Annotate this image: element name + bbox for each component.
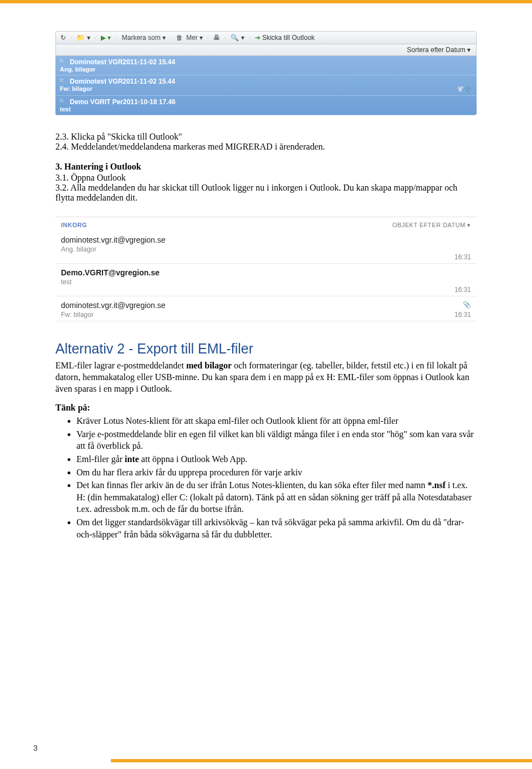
inbox-sort[interactable]: OBJEKT EFTER DATUM ▾ [392,222,471,229]
bottom-accent-bar [111,759,532,762]
step-2-4: 2.4. Meddelandet/meddelandena markeras m… [55,142,477,152]
inbox-header: INKORG OBJEKT EFTER DATUM ▾ [55,217,477,231]
alternative-2-heading: Alternativ 2 - Export till EML-filer [55,341,477,357]
list-item: Eml-filer går inte att öppna i Outlook W… [76,453,477,465]
sort-bar[interactable]: Sortera efter Datum ▾ [55,44,477,56]
message-subject: Ang. bilagor [60,66,95,73]
search-icon[interactable]: 🔍 ▾ [231,34,244,42]
inbox-time: 16:31 [454,311,471,319]
step-3-2: 3.2. Alla meddelanden du har skickat til… [55,183,477,203]
flag-icon[interactable]: ▶ ▾ [101,34,111,42]
refresh-icon[interactable]: ↻ [60,34,66,42]
list-item: Om du har flera arkiv får du upprepa pro… [76,466,477,479]
inbox-row[interactable]: dominotest.vgr.it@vgregion.se Fw: bilago… [55,296,477,321]
message-subject: test [60,106,71,112]
inbox-from: dominotest.vgr.it@vgregion.se [61,301,166,310]
inbox-title: INKORG [61,222,87,229]
message-subject: Fw: bilagor [60,85,93,93]
message-row[interactable]: ☆ Dominotest VGR2011-11-02 15.44 Fw: bil… [55,75,477,96]
message-from: Dominotest VGR2011-11-02 15.44 [55,57,477,66]
mark-as-button[interactable]: Markera som ▾ [122,34,166,42]
list-item: Det kan finnas fler arkiv än de du ser i… [76,479,477,515]
inbox-subject: Ang. bilagor [61,245,166,253]
sort-label: Sortera efter Datum [407,46,465,54]
message-from: Demo VGRIT Per2011-10-18 17.46 [55,97,477,106]
think-about-heading: Tänk på: [55,402,477,414]
message-list: ☆ Dominotest VGR2011-11-02 15.44 Ang. bi… [55,56,477,115]
inbox-time: 16:31 [454,286,471,294]
attachment-follow-icons: 𝒞 📎 [457,85,472,93]
page-number: 3 [33,744,38,752]
inbox-time: 16:31 [454,253,471,261]
folder-icon[interactable]: 📁 ▾ [76,34,90,42]
message-row[interactable]: ☆ Dominotest VGR2011-11-02 15.44 Ang. bi… [55,56,477,75]
list-item: Varje e-postmeddelande blir en egen fil … [76,428,477,452]
step-3-1: 3.1. Öppna Outlook [55,173,477,183]
list-item: Om det ligger standardsökvägar till arki… [76,516,477,540]
trash-icon[interactable]: 🗑 [176,34,183,42]
heading-3: 3. Hantering i Outlook [55,162,477,172]
star-icon[interactable]: ☆ [59,76,64,84]
message-row[interactable]: ☆ Demo VGRIT Per2011-10-18 17.46 test [55,96,477,115]
alt2-paragraph: EML-filer lagrar e-postmeddelandet med b… [55,360,477,394]
print-icon[interactable]: 🖶 [213,34,220,42]
lotus-notes-screenshot: ↻ · 📁 ▾ · ▶ ▾ · Markera som ▾ · 🗑 Mer ▾ … [55,31,477,115]
inbox-row[interactable]: Demo.VGRIT@vgregion.se test 16:31 [55,264,477,296]
star-icon[interactable]: ☆ [59,57,64,64]
attachment-icon: 📎 [454,301,471,309]
inbox-subject: test [61,278,160,286]
inbox-from: Demo.VGRIT@vgregion.se [61,268,160,277]
send-to-outlook-button[interactable]: ➔ Skicka till Outlook [255,34,315,42]
message-from: Dominotest VGR2011-11-02 15.44 [55,76,477,85]
lotus-toolbar: ↻ · 📁 ▾ · ▶ ▾ · Markera som ▾ · 🗑 Mer ▾ … [55,31,477,44]
list-item: Kräver Lotus Notes-klient för att skapa … [76,415,477,427]
outlook-inbox-screenshot: INKORG OBJEKT EFTER DATUM ▾ dominotest.v… [55,217,477,321]
inbox-subject: Fw: bilagor [61,311,166,319]
inbox-from: dominotest.vgr.it@vgregion.se [61,235,166,244]
more-button[interactable]: Mer ▾ [186,34,203,42]
bullet-list: Kräver Lotus Notes-klient för att skapa … [76,415,477,540]
star-icon[interactable]: ☆ [59,97,64,104]
step-2-3: 2.3. Klicka på "Skicka till Outlook" [55,132,477,142]
inbox-row[interactable]: dominotest.vgr.it@vgregion.se Ang. bilag… [55,231,477,264]
